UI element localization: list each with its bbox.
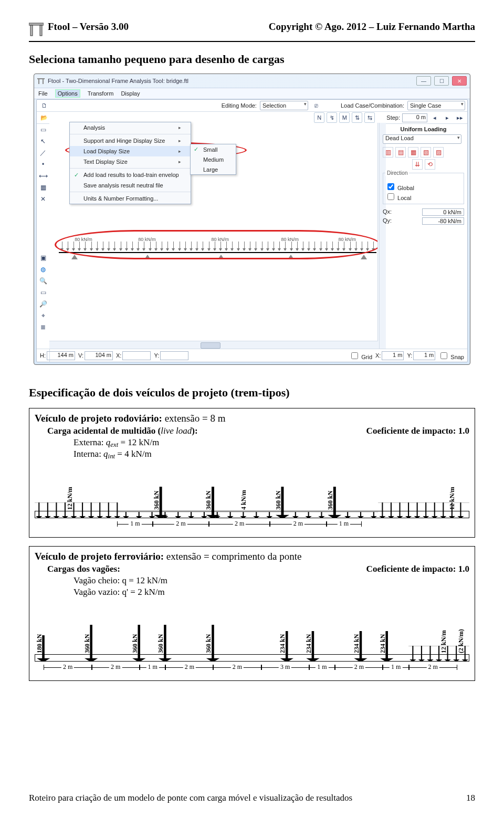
step-value[interactable]: 0 m [402,113,427,122]
global-checkbox[interactable]: Global [385,185,414,191]
zoom-in-icon[interactable]: 🔍 [38,276,48,286]
menu-options[interactable]: Options [55,89,80,98]
result-e-icon[interactable]: ⇆ [364,112,375,123]
svg-marker-29 [123,516,129,518]
options-menu-dropdown: Analysis▸ Support and Hinge Display Size… [69,122,191,204]
apply-load-icon[interactable]: ⇊ [412,159,423,170]
load-icon-1[interactable]: ▥ [383,147,393,158]
load-icon-5[interactable]: ▨ [433,147,444,158]
menu-item-save-neutral[interactable]: Save analysis result neutral file [70,180,191,191]
submenu-medium[interactable]: Medium [191,154,236,164]
menu-item-load-display-size[interactable]: Load Display Size▸ [70,146,191,156]
editing-mode-combo[interactable]: Selection [260,101,308,110]
qx-value[interactable]: 0 kN/m [422,208,464,216]
status-grid-x[interactable]: 1 m [382,351,404,360]
menu-item-analysis[interactable]: Analysis▸ [70,122,191,133]
svg-marker-33 [150,516,155,518]
zoom-reset-icon[interactable]: ⌖ [38,311,48,320]
menu-item-support-size[interactable]: Support and Hinge Display Size▸ [70,135,191,146]
svg-marker-100 [86,658,97,662]
svg-marker-65 [358,516,363,518]
menu-item-add-envelop[interactable]: Add load results to load-train envelop [70,170,191,180]
step-fwd-icon[interactable]: ▸▸ [455,112,465,123]
submenu-small[interactable]: Small [191,144,236,154]
header-right: Copyright © Ago. 2012 – Luiz Fernando Ma… [269,21,475,33]
svg-marker-47 [240,516,246,518]
svg-rect-3 [37,78,45,79]
menu-transform[interactable]: Transform [88,90,114,97]
result-d-icon[interactable]: ⇅ [352,112,362,123]
load-name-combo[interactable]: Dead Load [383,134,461,144]
menu-item-text-size[interactable]: Text Display Size▸ [70,156,191,167]
svg-marker-63 [345,516,350,518]
node-tool-icon[interactable]: • [38,160,48,169]
svg-marker-112 [355,658,366,662]
local-checkbox[interactable]: Local [385,195,411,201]
load-icon-3[interactable]: ▦ [408,147,418,158]
minimize-button[interactable]: — [416,76,431,86]
loadcase-combo[interactable]: Single Case [407,101,465,110]
svg-marker-14 [62,516,68,518]
status-Y[interactable] [160,351,188,360]
menu-file[interactable]: File [38,90,48,97]
svg-marker-8 [36,516,41,518]
svg-marker-129 [463,659,468,662]
svg-marker-102 [134,658,144,662]
support-1 [71,255,78,259]
delete-tool-icon[interactable]: ✕ [38,194,48,204]
slider-icon[interactable]: ⎚ [311,100,322,111]
veh2-title-rest: extensão = comprimento da ponte [164,551,301,562]
section-title-2: Especificação de dois veículos de projet… [29,386,475,400]
menu-item-units[interactable]: Units & Number Formatting... [70,193,191,204]
svg-marker-57 [306,516,311,518]
svg-marker-117 [410,659,415,662]
step-back-icon[interactable]: ◂ [429,112,440,123]
model-canvas[interactable]: Analysis▸ Support and Hinge Display Size… [49,123,386,349]
zoom-out-icon[interactable]: 🔎 [38,299,48,309]
svg-marker-26 [114,516,120,518]
svg-marker-86 [449,516,455,518]
result-q-icon[interactable]: ↯ [327,112,337,123]
scale-icon[interactable]: ≣ [38,322,48,332]
status-grid-y[interactable]: 1 m [413,351,435,360]
section-title-1: Seleciona tamanho pequeno para desenho d… [29,53,475,66]
svg-marker-12 [54,516,59,518]
line-tool-icon[interactable]: ／ [38,148,48,158]
snap-checkbox[interactable]: Snap [438,351,464,361]
load-icon-4[interactable]: ▧ [421,147,431,158]
display2-icon[interactable]: ◍ [38,265,48,274]
grid-tool-icon[interactable]: ▦ [38,183,48,192]
close-button[interactable]: ✕ [452,76,467,86]
dim-tool-icon[interactable]: ⟷ [38,171,48,181]
svg-marker-24 [106,516,111,518]
remove-load-icon[interactable]: ⟲ [425,159,435,170]
status-V[interactable]: 104 m [85,351,113,360]
window-title: Ftool - Two-Dimensional Frame Analysis T… [48,78,188,84]
svg-marker-119 [419,659,424,662]
select-tool-icon[interactable]: ▭ [38,125,48,134]
display1-icon[interactable]: ▣ [38,253,48,263]
hscrollbar[interactable] [49,341,386,349]
new-file-icon[interactable]: 🗋 [39,100,49,111]
maximize-button[interactable]: ☐ [434,76,449,86]
qy-label: Qy: [383,217,392,225]
submenu-large[interactable]: Large [191,164,236,174]
result-m-icon[interactable]: M [339,112,350,123]
zoom-fit-icon[interactable]: ▭ [38,288,48,297]
arrow-tool-icon[interactable]: ↖ [38,137,48,146]
window-titlebar[interactable]: Ftool - Two-Dimensional Frame Analysis T… [34,74,470,88]
qy-value[interactable]: -80 kN/m [422,217,464,225]
status-X[interactable] [122,351,151,360]
svg-marker-39 [188,516,194,518]
grid-checkbox[interactable]: Grid [349,351,372,361]
load-icon-2[interactable]: ▤ [395,147,406,158]
result-n-icon[interactable]: N [314,112,324,123]
menu-display[interactable]: Display [121,90,140,97]
svg-rect-0 [29,23,44,25]
step-play-icon[interactable]: ▸ [442,112,453,123]
svg-marker-16 [71,516,77,518]
status-H[interactable]: 144 m [47,351,75,360]
open-file-icon[interactable]: 📂 [39,112,49,123]
svg-marker-82 [432,516,437,518]
svg-marker-72 [388,516,394,518]
